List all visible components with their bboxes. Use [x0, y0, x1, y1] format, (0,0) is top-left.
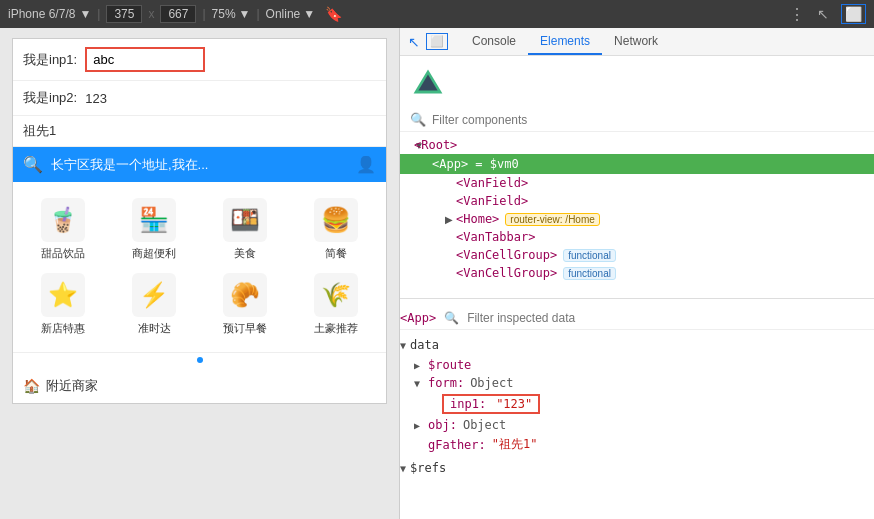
category-item-7[interactable]: 🌾 土豪推荐: [290, 267, 381, 342]
obj-key: obj:: [428, 418, 457, 432]
category-label-1: 商超便利: [132, 246, 176, 261]
category-item-6[interactable]: 🥐 预订早餐: [200, 267, 291, 342]
gfather-val: "祖先1": [492, 436, 538, 453]
gfather-key: gFather:: [428, 438, 486, 452]
inp1-data-val: "123": [496, 397, 532, 411]
refs-section-header[interactable]: $refs: [400, 459, 874, 479]
simulator-panel: 我是inp1: 我是inp2: 123 祖先1 🔍 长宁区我是一个地址,我在..…: [0, 28, 400, 519]
data-section-arrow: [400, 340, 406, 351]
root-comp-name: <Root>: [414, 138, 457, 152]
category-item-1[interactable]: 🏪 商超便利: [109, 192, 200, 267]
category-label-2: 美食: [234, 246, 256, 261]
bookmark-icon[interactable]: 🔖: [325, 6, 342, 22]
filter-components-row: 🔍: [400, 108, 874, 132]
network-value: Online: [266, 7, 301, 21]
toolbar-right: ⋮ ↖ ⬜: [789, 4, 866, 24]
zoom-selector[interactable]: 75% ▼: [212, 7, 251, 21]
filter-data-icon[interactable]: 🔍: [444, 311, 459, 325]
device-selector[interactable]: iPhone 6/7/8 ▼: [8, 7, 91, 21]
form-arrow: [414, 378, 428, 389]
height-input[interactable]: [160, 5, 196, 23]
vanfield2-comp-name: <VanField>: [456, 194, 528, 208]
inp1-data-row[interactable]: inp1: "123": [400, 392, 874, 416]
filter-components-input[interactable]: [432, 113, 864, 127]
tree-van-field-1[interactable]: <VanField>: [400, 174, 874, 192]
home-badge: router-view: /Home: [505, 213, 599, 226]
inp1-data-key: inp1:: [450, 397, 486, 411]
inp1-label: 我是inp1:: [23, 51, 77, 69]
obj-row[interactable]: obj: Object: [400, 416, 874, 434]
inp1-highlighted-box: inp1: "123": [442, 394, 540, 414]
category-label-5: 准时达: [138, 321, 171, 336]
app-inspector-tag: <App>: [400, 311, 436, 325]
search-icon: 🔍: [23, 155, 43, 174]
network-selector[interactable]: Online ▼: [266, 7, 316, 21]
nearby-icon: 🏠: [23, 378, 40, 394]
inspector-icon[interactable]: ⬜: [841, 4, 866, 24]
separator-3: |: [256, 7, 259, 21]
filter-data-input[interactable]: [467, 311, 874, 325]
devtools-body: 🔍 <Root> <App> = $vm0: [400, 56, 874, 519]
category-item-2[interactable]: 🍱 美食: [200, 192, 291, 267]
route-key: $route: [428, 358, 471, 372]
devtools-tabs: ↖ ⬜ Console Elements Network: [400, 28, 874, 56]
gfather-row[interactable]: gFather: "祖先1": [400, 434, 874, 455]
cellgroup2-comp-name: <VanCellGroup>: [456, 266, 557, 280]
tree-root[interactable]: <Root>: [400, 136, 874, 154]
search-filter-icon: 🔍: [410, 112, 426, 127]
nearby-section: 🏠 附近商家: [13, 369, 386, 403]
tree-van-cell-group-2[interactable]: <VanCellGroup> functional: [400, 264, 874, 282]
tree-van-field-2[interactable]: <VanField>: [400, 192, 874, 210]
data-section-header[interactable]: data: [400, 336, 874, 356]
tab-network[interactable]: Network: [602, 28, 670, 55]
cursor-icon[interactable]: ↖: [817, 6, 829, 22]
category-item-5[interactable]: ⚡ 准时达: [109, 267, 200, 342]
vue-logo-row: [400, 64, 874, 108]
dots-indicator: [13, 353, 386, 369]
inp1-input[interactable]: [85, 47, 205, 72]
category-icon-5: ⚡: [132, 273, 176, 317]
obj-type: Object: [463, 418, 506, 432]
app-inspector-row: <App> 🔍: [400, 307, 874, 330]
top-toolbar: iPhone 6/7/8 ▼ | x | 75% ▼ | Online ▼ 🔖 …: [0, 0, 874, 28]
nearby-label: 附近商家: [46, 377, 98, 395]
vanfield1-comp-name: <VanField>: [456, 176, 528, 190]
inp1-row: 我是inp1:: [13, 39, 386, 81]
tree-app[interactable]: <App> = $vm0: [400, 154, 874, 174]
devtools-left-icons: ↖ ⬜: [408, 33, 448, 50]
more-icon[interactable]: ⋮: [789, 5, 805, 24]
search-bar[interactable]: 🔍 长宁区我是一个地址,我在... 👤: [13, 147, 386, 182]
category-icon-3: 🍔: [314, 198, 358, 242]
category-icon-7: 🌾: [314, 273, 358, 317]
separator-2: |: [202, 7, 205, 21]
tree-van-tabbar[interactable]: <VanTabbar>: [400, 228, 874, 246]
device-name: iPhone 6/7/8: [8, 7, 75, 21]
tab-elements[interactable]: Elements: [528, 28, 602, 55]
category-label-3: 简餐: [325, 246, 347, 261]
category-item-0[interactable]: 🧋 甜品饮品: [18, 192, 109, 267]
width-input[interactable]: [106, 5, 142, 23]
category-label-7: 土豪推荐: [314, 321, 358, 336]
zoom-arrow: ▼: [239, 7, 251, 21]
category-grid: 🧋 甜品饮品 🏪 商超便利 🍱 美食 🍔 简餐 ⭐ 新店特惠: [13, 182, 386, 353]
route-arrow: [414, 360, 428, 371]
app-comp-name: <App> = $vm0: [428, 156, 523, 172]
category-item-4[interactable]: ⭐ 新店特惠: [18, 267, 109, 342]
dot-active: [197, 357, 203, 363]
inp2-row: 我是inp2: 123: [13, 81, 386, 116]
tree-home[interactable]: <Home> router-view: /Home: [400, 210, 874, 228]
refs-section-arrow: [400, 463, 406, 474]
tab-console[interactable]: Console: [460, 28, 528, 55]
form-row[interactable]: form: Object: [400, 374, 874, 392]
home-arrow: [442, 214, 456, 225]
route-row[interactable]: $route: [400, 356, 874, 374]
dropdown-arrow: ▼: [79, 7, 91, 21]
panel-divider: [400, 298, 874, 299]
cursor-tool-icon[interactable]: ↖: [408, 34, 420, 50]
tree-van-cell-group-1[interactable]: <VanCellGroup> functional: [400, 246, 874, 264]
obj-arrow: [414, 420, 428, 431]
inspector-tool-icon[interactable]: ⬜: [426, 33, 448, 50]
component-tree: <Root> <App> = $vm0 <VanField>: [400, 136, 874, 290]
separator-x: x: [148, 7, 154, 21]
category-item-3[interactable]: 🍔 简餐: [290, 192, 381, 267]
